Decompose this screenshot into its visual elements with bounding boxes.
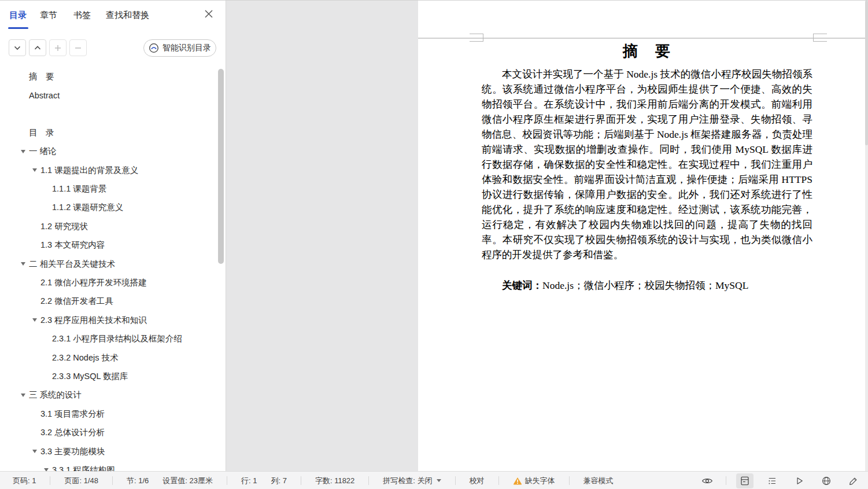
divider [498,476,499,485]
toc-item-label: 3.3 主要功能模块 [40,446,105,457]
document-scrollbar[interactable] [865,1,868,471]
page-view-button[interactable] [736,473,754,488]
toc-spacer [0,105,217,123]
web-view-button[interactable] [818,473,835,488]
tab-find-replace[interactable]: 查找和替换 [106,10,149,21]
status-proofread[interactable]: 校对 [470,476,485,486]
document-scrollbar-thumb[interactable] [865,1,868,145]
toc-item-label: 2.3.1 小程序目录结构以及框架介绍 [52,333,182,344]
play-presentation-button[interactable] [791,473,808,488]
toc-item[interactable]: 2.1 微信小程序开发环境搭建 [0,273,217,292]
plus-icon [54,45,61,52]
collapse-all-button[interactable] [29,39,46,56]
panel-tabbar: 目录 章节 书签 查找和替换 [0,8,226,31]
divider [227,476,227,485]
toc-item[interactable]: 1.3 本文研究内容 [0,236,217,255]
toc-item[interactable]: 2.3.3 MySQL 数据库 [0,367,217,385]
wps-writer-window: 目录 章节 书签 查找和替换 [0,0,868,489]
toc-scrollbar-thumb[interactable] [218,69,224,264]
toc-item-label: 二 相关平台及关键技术 [29,259,115,270]
divider [301,476,301,485]
spellcheck-label: 拼写检查: 关闭 [383,476,432,486]
eye-icon [701,476,713,486]
toc-item[interactable]: 2.2 微信开发者工具 [0,292,217,311]
smart-toc-button[interactable]: 智能识别目录 [143,39,216,57]
eye-protection-button[interactable] [699,473,716,488]
toc-item[interactable]: 三 系统的设计 [0,386,217,405]
toc-item-label: 1.1 课题提出的背景及意义 [40,165,138,176]
tab-chapters[interactable]: 章节 [40,10,57,21]
toc-item[interactable]: 3.1 项目需求分析 [0,405,217,423]
status-bar: 页码: 1 页面: 1/48 节: 1/6 设置值: 23厘米 行: 1 列: … [0,471,868,489]
smart-ai-icon [149,43,159,53]
expand-all-button[interactable] [9,39,26,56]
status-missing-font[interactable]: 缺失字体 [513,476,555,486]
toc-item[interactable]: 2.3.1 小程序目录结构以及框架介绍 [0,329,217,348]
smart-toc-label: 智能识别目录 [162,43,211,53]
toc-item[interactable]: 一 绪论 [0,142,217,161]
toc-item[interactable]: 摘 要 [0,67,217,86]
status-word-count[interactable]: 字数: 11822 [315,476,354,486]
keywords-line[interactable]: 关键词：Node.js；微信小程序；校园失物招领；MySQL [482,278,812,293]
divider [569,476,570,485]
toc-item[interactable]: 1.1 课题提出的背景及意义 [0,161,217,179]
status-page-number[interactable]: 页码: 1 [13,476,36,486]
close-panel-button[interactable] [202,8,215,20]
collapse-triangle-icon[interactable] [32,450,37,453]
collapse-triangle-icon[interactable] [32,318,37,322]
ink-annotate-button[interactable] [845,473,862,488]
tab-toc[interactable]: 目录 [9,10,27,21]
collapse-triangle-icon[interactable] [21,262,25,266]
warning-icon [513,477,522,485]
toc-item[interactable]: Abstract [0,86,217,104]
status-column[interactable]: 列: 7 [271,476,286,486]
status-setting-value[interactable]: 设置值: 23厘米 [162,476,213,486]
status-line[interactable]: 行: 1 [241,476,257,486]
document-canvas[interactable]: 摘 要 本文设计并实现了一个基于 Node.js 技术的微信小程序校园失物招领系… [227,1,868,471]
outline-view-icon [767,476,777,486]
active-tab-underline [8,27,28,29]
toc-scrollbar[interactable] [218,69,224,264]
toc-item[interactable]: 2.3.2 Nodejs 技术 [0,348,217,367]
pen-icon [848,476,859,486]
status-section[interactable]: 节: 1/6 [127,476,149,486]
toc-item[interactable]: 3.2 总体设计分析 [0,423,217,442]
abstract-paragraph[interactable]: 本文设计并实现了一个基于 Node.js 技术的微信小程序校园失物招领系统。该系… [482,67,812,262]
status-page[interactable]: 页面: 1/48 [64,476,98,486]
toc-item[interactable]: 3.3.1 程序结构图 [0,461,217,471]
page-view-icon [740,476,750,486]
right-margin-mark [813,34,827,42]
toc-item[interactable]: 目 录 [0,123,217,142]
document-page[interactable]: 摘 要 本文设计并实现了一个基于 Node.js 技术的微信小程序校园失物招领系… [418,1,865,471]
collapse-triangle-icon[interactable] [32,168,37,172]
status-spellcheck[interactable]: 拼写检查: 关闭 [383,476,441,486]
divider [368,476,369,485]
tab-bookmarks[interactable]: 书签 [73,10,91,21]
toc-item-label: 三 系统的设计 [29,389,82,400]
zoom-in-level-button[interactable] [49,39,67,56]
zoom-out-level-button[interactable] [69,39,87,56]
close-icon [202,8,215,20]
chevron-up-icon [34,46,41,50]
outline-view-button[interactable] [763,473,781,488]
page-content[interactable]: 摘 要 本文设计并实现了一个基于 Node.js 技术的微信小程序校园失物招领系… [482,39,812,293]
globe-icon [821,476,832,486]
toc-item-label: 2.3 程序应用相关技术和知识 [40,315,147,326]
toc-item[interactable]: 3.3 主要功能模块 [0,442,217,461]
status-compat-mode[interactable]: 兼容模式 [583,476,614,486]
play-icon [794,476,804,486]
toc-item[interactable]: 1.1.1 课题背景 [0,179,217,198]
collapse-triangle-icon[interactable] [21,150,25,153]
toc-item-label: 1.3 本文研究内容 [40,240,105,251]
toc-item-label: 一 绪论 [29,146,57,157]
toc-item[interactable]: 2.3 程序应用相关技术和知识 [0,311,217,329]
abstract-title[interactable]: 摘 要 [482,41,812,62]
collapse-triangle-icon[interactable] [21,394,25,397]
toc-item[interactable]: 1.2 研究现状 [0,217,217,236]
toc-item[interactable]: 二 相关平台及关键技术 [0,255,217,273]
divider [112,476,113,485]
toc-item[interactable]: 1.1.2 课题研究意义 [0,198,217,217]
toc-item-label: 3.1 项目需求分析 [40,409,105,420]
toc-item-label: 目 录 [29,127,54,138]
toc-item-label: 2.3.3 MySQL 数据库 [52,371,128,382]
